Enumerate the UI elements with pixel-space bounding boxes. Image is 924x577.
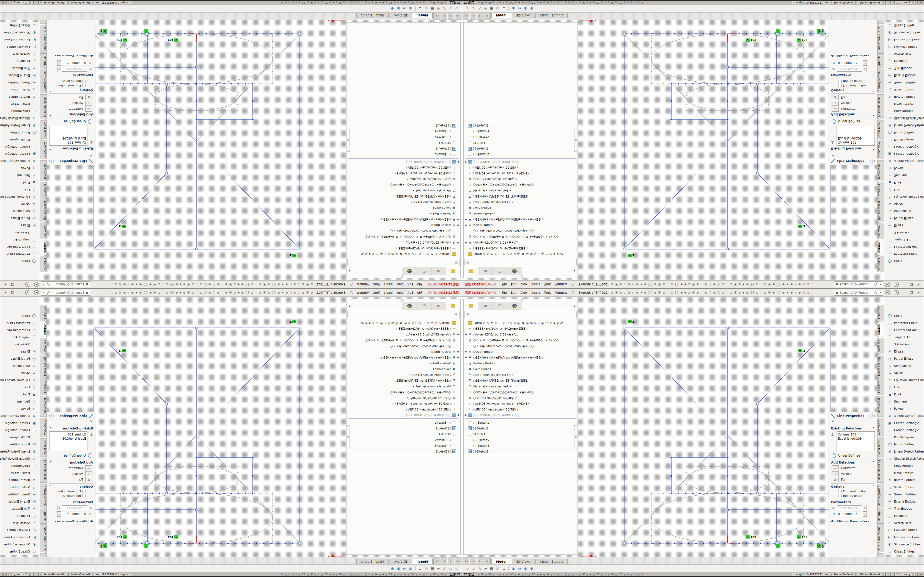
tool-item[interactable]: ▭ Corner Rectangle	[0, 143, 39, 151]
tree-filter-input[interactable]	[347, 311, 460, 318]
calculator-icon[interactable]: ▦	[429, 567, 435, 571]
option-checkbox[interactable]: Infinite length	[838, 80, 875, 83]
tab-configuration-manager[interactable]: ⊕	[417, 302, 431, 310]
tree-item[interactable]: ○×Ɛ°Ɔ6°∗○∗⊙⊚○◎○⊚⊙∗○∗°6Ɔ°Ɛ×○	[464, 171, 577, 176]
tree-item-sketch[interactable]: (-) Sketch1	[347, 152, 460, 158]
length-spinner[interactable]: ▴▾	[57, 67, 61, 72]
tool-item[interactable]: ◎ Ellipse	[885, 222, 924, 229]
tree-item-sketch[interactable]: (-) Sketch1	[464, 152, 577, 158]
command-tab[interactable]: :	[40, 553, 47, 557]
existing-relations-header[interactable]: Existing Relations⌃	[49, 427, 93, 430]
tree-item-sketch[interactable]: Sketch3	[347, 140, 460, 146]
tool-item[interactable]: ◫ Mirror Entities	[885, 129, 924, 136]
tool-item[interactable]: ≈ Spline	[0, 201, 39, 208]
tab-configuration-manager[interactable]: ⊕	[417, 267, 431, 275]
pen-icon[interactable]: ✎	[441, 567, 447, 571]
tree-item-sketch[interactable]: (-) Sketch2	[347, 146, 460, 152]
tool-item[interactable]: ▭ Corner Rectangle	[885, 426, 924, 434]
tool-item[interactable]: ⊢ Extend Entities	[0, 72, 39, 79]
tool-item[interactable]: ◡ Fit Spline	[0, 512, 39, 519]
add-relation-button[interactable]: | Vertical	[832, 471, 875, 476]
menu-item[interactable]: View	[519, 283, 529, 286]
tree-item[interactable]: ○×Ɛ°Ɔ6°∗○∗⊙⊚○◎○⊚⊙∗○∗°6Ɔ°Ɛ×○	[347, 171, 460, 176]
additional-parameters-header[interactable]: Additional Parameters⌄	[831, 520, 875, 523]
length-field[interactable]: 10.88152731	[837, 505, 862, 510]
tool-item[interactable]: ↘ Scale Entities	[0, 484, 39, 491]
flyout-arrow-icon[interactable]: ›	[347, 304, 352, 308]
more-tools-chevron-icon[interactable]: »	[903, 20, 907, 37]
tree-item-sketch[interactable]: (-) Sketch4	[464, 129, 577, 134]
help-icon[interactable]: ?	[870, 414, 875, 418]
motion-save-icon[interactable]: ▣	[396, 6, 402, 11]
tree-item[interactable]: ▶ Design Binder	[347, 222, 460, 228]
command-tab[interactable]: Sketch	[40, 322, 47, 337]
tree-item[interactable]: Solid Bodies	[464, 366, 577, 372]
tool-item[interactable]: ◎ Ellipse	[885, 348, 924, 355]
existing-relations-header[interactable]: Existing Relations⌃	[831, 147, 875, 150]
command-tab[interactable]: Sheet Metal	[877, 160, 884, 181]
tool-item[interactable]: ⊛ Circular Sketch Pattern	[0, 455, 39, 462]
tree-item[interactable]: ○Ƨ5·Π∗AΜ○⊙○ΜA∗Π·5Ƨ○	[347, 372, 460, 377]
command-tab[interactable]: Mold Tools	[877, 120, 884, 139]
command-tab[interactable]: Surfaces	[877, 223, 884, 239]
tool-item[interactable]: + Move Entities	[0, 469, 39, 476]
tool-item[interactable]: ⋈ Intersection Curve	[885, 36, 924, 44]
menu-item[interactable]: File	[415, 283, 424, 286]
model-tab[interactable]: Model	[491, 559, 511, 565]
rollback-bar[interactable]	[465, 455, 577, 455]
tree-item-sketch[interactable]: Sketch3	[464, 431, 577, 437]
panel-collapse-handle[interactable]	[574, 425, 578, 449]
tab-nav-button[interactable]: ◄	[448, 13, 454, 19]
ok-check-icon[interactable]: ✔	[49, 153, 92, 158]
model-tab[interactable]: Motion Study 1	[356, 12, 389, 18]
tool-item[interactable]: ↻ Rotate Entities	[885, 93, 924, 101]
expand-arrow-icon[interactable]: ▶	[456, 414, 460, 416]
help-icon[interactable]: ?	[25, 290, 30, 295]
option-checkbox[interactable]: Infinite length	[49, 80, 86, 83]
command-tab[interactable]: Sheet Metal	[877, 396, 884, 417]
tool-item[interactable]: ⊛ Circular Sketch Pattern	[885, 115, 924, 122]
tree-item-sketch[interactable]: (-) Sketch1	[347, 419, 460, 425]
tree-item[interactable]: ○×Ɛ°Ɔ6°∗○∗⊙⊚○◎○⊚⊙∗○∗°6Ɔ°Ɛ×○	[347, 401, 460, 406]
close-button[interactable]: ✕	[2, 291, 9, 295]
tool-item[interactable]: ∿ Style Spline	[885, 208, 924, 215]
expand-arrow-icon[interactable]: ▶	[464, 414, 468, 416]
tool-item[interactable]: ◈ 3 Point Center Recta...	[885, 158, 924, 165]
relations-listbox[interactable]: Collinear108Equal length109	[837, 431, 875, 451]
tool-item[interactable]: ⊡ Copy Entities	[885, 462, 924, 469]
menu-item[interactable]: Window	[355, 283, 371, 286]
option-checkbox[interactable]: For construction	[49, 490, 86, 493]
tree-item[interactable]: ○Ƨ5∗◉Ƨ5ИΝƷƐ5Ƨ○⊙○Ƨ5ƐƷΝИ5Ƨ◉∗5Ƨ○	[464, 228, 577, 234]
minimize-button[interactable]: –	[16, 291, 23, 295]
tree-item[interactable]: ○Ƨ5∗◉Ƨ5ИΝƷƐ5Ƨ○⊙○Ƨ5ƐƷΝИ5Ƨ◉∗5Ƨ○	[347, 343, 460, 349]
tool-item[interactable]: ↔ Stretch Entities	[885, 79, 924, 86]
panel-splitter-handle[interactable]	[401, 275, 404, 278]
tab-nav-button[interactable]: ►	[477, 558, 483, 564]
tab-nav-button[interactable]: ►	[477, 13, 483, 19]
tree-item[interactable]: ▶ ○Ƨ5ƷƐИΝAΠ·○⊙○·ΠAΝИƐƷ5Ƨ○	[464, 412, 577, 418]
command-tab[interactable]: Mold Tools	[40, 438, 47, 457]
menu-item[interactable]: File	[415, 291, 424, 295]
relation-entry[interactable]: Equal length109	[838, 437, 873, 441]
checkbox-icon[interactable]	[82, 490, 86, 493]
gear-icon[interactable]: ⚙	[389, 6, 396, 11]
motion-setting-icon[interactable]: ◉	[510, 6, 517, 11]
menu-item[interactable]: Window	[355, 291, 371, 295]
tool-item[interactable]: ◯ Circle	[885, 258, 924, 265]
tree-item[interactable]: ○ИΝ°Ɔ6°∗◉○⊙○◉∗°6Ɔ°ΝИ○	[464, 165, 577, 171]
rollback-bar[interactable]	[465, 158, 577, 158]
options-header[interactable]: Options⌃	[49, 485, 93, 488]
tree-item[interactable]: ▶ Design Binder	[347, 349, 460, 355]
sheet-icon[interactable]: ▱	[470, 567, 477, 571]
tree-item[interactable]: ▶ ○Λ∗◉×Ƨ5°Ɛ○⊙○Ɛ°5Ƨ×◉∗Λ○	[464, 331, 577, 337]
tree-item[interactable]: Material < not specified >	[464, 188, 577, 194]
more-tools-chevron-icon[interactable]: »	[18, 541, 22, 557]
checkbox-icon[interactable]	[838, 84, 842, 87]
tree-item-sketch[interactable]: (-) Sketch4	[347, 129, 460, 134]
tool-item[interactable]: ⊞ Linear Sketch Pattern	[885, 448, 924, 455]
tree-item[interactable]: ○Ξ5ƷƐ×◉∗ΩΛΦ○⊙○ΦΛΩ∗◉×ƐƷ5Ξ○	[464, 326, 577, 331]
restore-button[interactable]: ❐	[908, 282, 915, 286]
pin-icon[interactable]: ⚲	[570, 290, 575, 295]
command-tab[interactable]: MBD Dimensions	[877, 524, 884, 552]
command-tab[interactable]: Weldments	[877, 140, 884, 160]
